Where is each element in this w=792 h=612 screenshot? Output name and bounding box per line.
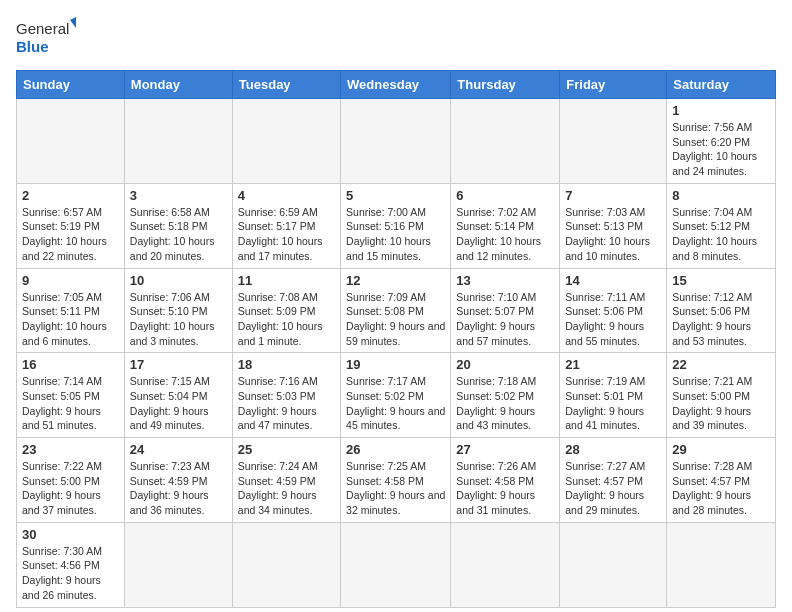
- day-info: Sunrise: 7:16 AMSunset: 5:03 PMDaylight:…: [238, 374, 335, 433]
- day-info: Sunrise: 7:30 AMSunset: 4:56 PMDaylight:…: [22, 544, 119, 603]
- calendar-day-cell: 5Sunrise: 7:00 AMSunset: 5:16 PMDaylight…: [341, 183, 451, 268]
- day-info: Sunrise: 7:15 AMSunset: 5:04 PMDaylight:…: [130, 374, 227, 433]
- day-info: Sunrise: 7:14 AMSunset: 5:05 PMDaylight:…: [22, 374, 119, 433]
- calendar-day-cell: [560, 99, 667, 184]
- day-info: Sunrise: 6:59 AMSunset: 5:17 PMDaylight:…: [238, 205, 335, 264]
- calendar-day-cell: [667, 522, 776, 607]
- day-info: Sunrise: 7:56 AMSunset: 6:20 PMDaylight:…: [672, 120, 770, 179]
- calendar-day-cell: 29Sunrise: 7:28 AMSunset: 4:57 PMDayligh…: [667, 438, 776, 523]
- day-number: 14: [565, 273, 661, 288]
- day-number: 23: [22, 442, 119, 457]
- day-number: 16: [22, 357, 119, 372]
- svg-text:Blue: Blue: [16, 38, 49, 55]
- day-number: 17: [130, 357, 227, 372]
- calendar-day-cell: 28Sunrise: 7:27 AMSunset: 4:57 PMDayligh…: [560, 438, 667, 523]
- day-number: 6: [456, 188, 554, 203]
- calendar-week-row: 23Sunrise: 7:22 AMSunset: 5:00 PMDayligh…: [17, 438, 776, 523]
- day-info: Sunrise: 7:18 AMSunset: 5:02 PMDaylight:…: [456, 374, 554, 433]
- calendar-day-cell: 8Sunrise: 7:04 AMSunset: 5:12 PMDaylight…: [667, 183, 776, 268]
- calendar-day-cell: 27Sunrise: 7:26 AMSunset: 4:58 PMDayligh…: [451, 438, 560, 523]
- calendar-day-cell: [451, 99, 560, 184]
- day-info: Sunrise: 6:58 AMSunset: 5:18 PMDaylight:…: [130, 205, 227, 264]
- calendar-day-cell: [341, 99, 451, 184]
- calendar-day-cell: 10Sunrise: 7:06 AMSunset: 5:10 PMDayligh…: [124, 268, 232, 353]
- calendar-day-cell: 7Sunrise: 7:03 AMSunset: 5:13 PMDaylight…: [560, 183, 667, 268]
- logo: General Blue: [16, 16, 76, 60]
- svg-marker-2: [70, 16, 76, 28]
- day-info: Sunrise: 7:21 AMSunset: 5:00 PMDaylight:…: [672, 374, 770, 433]
- calendar-day-cell: 26Sunrise: 7:25 AMSunset: 4:58 PMDayligh…: [341, 438, 451, 523]
- day-info: Sunrise: 7:11 AMSunset: 5:06 PMDaylight:…: [565, 290, 661, 349]
- day-number: 25: [238, 442, 335, 457]
- calendar-week-row: 1Sunrise: 7:56 AMSunset: 6:20 PMDaylight…: [17, 99, 776, 184]
- day-number: 4: [238, 188, 335, 203]
- calendar-day-cell: 18Sunrise: 7:16 AMSunset: 5:03 PMDayligh…: [232, 353, 340, 438]
- day-number: 11: [238, 273, 335, 288]
- weekday-header-row: SundayMondayTuesdayWednesdayThursdayFrid…: [17, 71, 776, 99]
- day-info: Sunrise: 7:17 AMSunset: 5:02 PMDaylight:…: [346, 374, 445, 433]
- day-number: 19: [346, 357, 445, 372]
- calendar-day-cell: 25Sunrise: 7:24 AMSunset: 4:59 PMDayligh…: [232, 438, 340, 523]
- day-number: 9: [22, 273, 119, 288]
- calendar-day-cell: 16Sunrise: 7:14 AMSunset: 5:05 PMDayligh…: [17, 353, 125, 438]
- day-info: Sunrise: 7:06 AMSunset: 5:10 PMDaylight:…: [130, 290, 227, 349]
- day-number: 8: [672, 188, 770, 203]
- calendar-day-cell: 12Sunrise: 7:09 AMSunset: 5:08 PMDayligh…: [341, 268, 451, 353]
- svg-text:General: General: [16, 20, 69, 37]
- calendar-day-cell: 17Sunrise: 7:15 AMSunset: 5:04 PMDayligh…: [124, 353, 232, 438]
- calendar-day-cell: 22Sunrise: 7:21 AMSunset: 5:00 PMDayligh…: [667, 353, 776, 438]
- weekday-header-tuesday: Tuesday: [232, 71, 340, 99]
- calendar-week-row: 2Sunrise: 6:57 AMSunset: 5:19 PMDaylight…: [17, 183, 776, 268]
- calendar-day-cell: 20Sunrise: 7:18 AMSunset: 5:02 PMDayligh…: [451, 353, 560, 438]
- day-info: Sunrise: 7:00 AMSunset: 5:16 PMDaylight:…: [346, 205, 445, 264]
- calendar-day-cell: 6Sunrise: 7:02 AMSunset: 5:14 PMDaylight…: [451, 183, 560, 268]
- weekday-header-saturday: Saturday: [667, 71, 776, 99]
- day-info: Sunrise: 7:24 AMSunset: 4:59 PMDaylight:…: [238, 459, 335, 518]
- calendar-day-cell: [232, 99, 340, 184]
- calendar-day-cell: 24Sunrise: 7:23 AMSunset: 4:59 PMDayligh…: [124, 438, 232, 523]
- day-number: 26: [346, 442, 445, 457]
- day-number: 24: [130, 442, 227, 457]
- day-info: Sunrise: 7:10 AMSunset: 5:07 PMDaylight:…: [456, 290, 554, 349]
- day-info: Sunrise: 7:08 AMSunset: 5:09 PMDaylight:…: [238, 290, 335, 349]
- day-number: 5: [346, 188, 445, 203]
- calendar-day-cell: [124, 522, 232, 607]
- day-info: Sunrise: 7:04 AMSunset: 5:12 PMDaylight:…: [672, 205, 770, 264]
- day-number: 18: [238, 357, 335, 372]
- calendar-day-cell: [341, 522, 451, 607]
- weekday-header-sunday: Sunday: [17, 71, 125, 99]
- day-info: Sunrise: 7:23 AMSunset: 4:59 PMDaylight:…: [130, 459, 227, 518]
- day-number: 15: [672, 273, 770, 288]
- day-number: 29: [672, 442, 770, 457]
- day-number: 22: [672, 357, 770, 372]
- day-info: Sunrise: 6:57 AMSunset: 5:19 PMDaylight:…: [22, 205, 119, 264]
- day-number: 3: [130, 188, 227, 203]
- day-number: 28: [565, 442, 661, 457]
- day-info: Sunrise: 7:05 AMSunset: 5:11 PMDaylight:…: [22, 290, 119, 349]
- weekday-header-thursday: Thursday: [451, 71, 560, 99]
- calendar-day-cell: [124, 99, 232, 184]
- weekday-header-wednesday: Wednesday: [341, 71, 451, 99]
- day-number: 27: [456, 442, 554, 457]
- calendar-day-cell: [451, 522, 560, 607]
- calendar-day-cell: [560, 522, 667, 607]
- day-info: Sunrise: 7:27 AMSunset: 4:57 PMDaylight:…: [565, 459, 661, 518]
- day-info: Sunrise: 7:19 AMSunset: 5:01 PMDaylight:…: [565, 374, 661, 433]
- calendar-day-cell: 14Sunrise: 7:11 AMSunset: 5:06 PMDayligh…: [560, 268, 667, 353]
- calendar-day-cell: 9Sunrise: 7:05 AMSunset: 5:11 PMDaylight…: [17, 268, 125, 353]
- calendar-day-cell: 21Sunrise: 7:19 AMSunset: 5:01 PMDayligh…: [560, 353, 667, 438]
- calendar-week-row: 30Sunrise: 7:30 AMSunset: 4:56 PMDayligh…: [17, 522, 776, 607]
- weekday-header-monday: Monday: [124, 71, 232, 99]
- generalblue-logo: General Blue: [16, 16, 76, 60]
- weekday-header-friday: Friday: [560, 71, 667, 99]
- calendar-week-row: 16Sunrise: 7:14 AMSunset: 5:05 PMDayligh…: [17, 353, 776, 438]
- day-number: 21: [565, 357, 661, 372]
- calendar-table: SundayMondayTuesdayWednesdayThursdayFrid…: [16, 70, 776, 608]
- calendar-day-cell: 23Sunrise: 7:22 AMSunset: 5:00 PMDayligh…: [17, 438, 125, 523]
- day-number: 1: [672, 103, 770, 118]
- calendar-day-cell: 30Sunrise: 7:30 AMSunset: 4:56 PMDayligh…: [17, 522, 125, 607]
- day-info: Sunrise: 7:03 AMSunset: 5:13 PMDaylight:…: [565, 205, 661, 264]
- calendar-day-cell: 2Sunrise: 6:57 AMSunset: 5:19 PMDaylight…: [17, 183, 125, 268]
- day-info: Sunrise: 7:09 AMSunset: 5:08 PMDaylight:…: [346, 290, 445, 349]
- day-info: Sunrise: 7:25 AMSunset: 4:58 PMDaylight:…: [346, 459, 445, 518]
